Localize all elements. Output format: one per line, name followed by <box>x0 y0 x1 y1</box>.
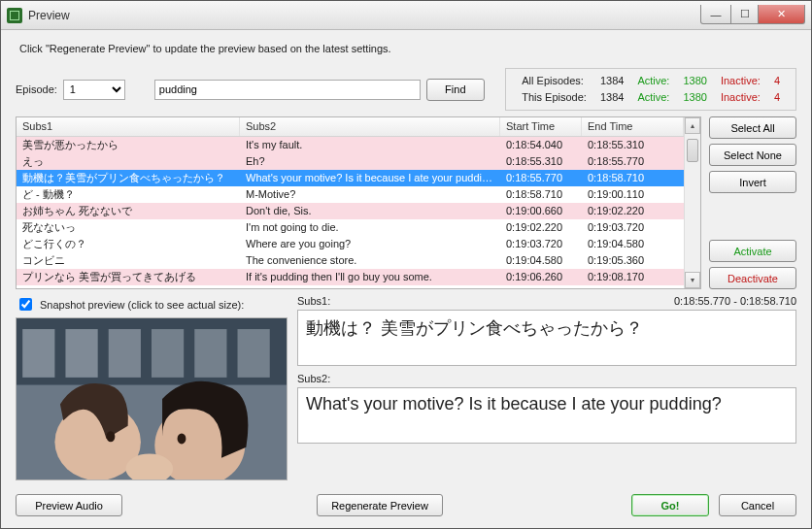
episode-label: Episode: <box>16 83 57 95</box>
cell-s1: コンビニ <box>17 253 240 268</box>
col-subs1[interactable]: Subs1 <box>17 117 240 136</box>
cell-s1: 美雪が悪かったから <box>17 138 240 152</box>
cell-s2: M-Motive? <box>240 188 500 200</box>
cell-s1: ど - 動機？ <box>17 187 240 202</box>
cell-s1: えっ <box>17 154 240 169</box>
find-button[interactable]: Find <box>426 79 485 101</box>
cell-st: 0:18:58.710 <box>500 188 582 200</box>
table-row[interactable]: 動機は？美雪がプリン食べちゃったから？What's your motive? I… <box>17 170 684 186</box>
invert-button[interactable]: Invert <box>709 171 796 193</box>
cell-s2: The convenience store. <box>240 254 500 266</box>
activate-button[interactable]: Activate <box>709 240 796 262</box>
table-row[interactable]: えっEh?0:18:55.3100:18:55.770 <box>17 153 684 170</box>
preview-audio-button[interactable]: Preview Audio <box>16 494 122 516</box>
cell-et: 0:18:58.710 <box>582 172 684 183</box>
mid-row: Subs1 Subs2 Start Time End Time 美雪が悪かったか… <box>16 116 796 289</box>
select-none-button[interactable]: Select None <box>709 144 796 166</box>
cell-et: 0:18:55.770 <box>582 155 684 167</box>
cell-et: 0:19:03.720 <box>582 221 684 233</box>
scrollbar[interactable]: ▴ ▾ <box>684 117 700 288</box>
table-row[interactable]: 美雪が悪かったからIt's my fault.0:18:54.0400:18:5… <box>17 137 684 153</box>
svg-rect-3 <box>65 329 97 378</box>
detail-column: Subs1: 0:18:55.770 - 0:18:58.710 動機は？ 美雪… <box>297 295 796 480</box>
cell-et: 0:19:08.170 <box>582 271 684 282</box>
table-row[interactable]: プリンなら 美雪が買ってきてあげるIf it's pudding then I'… <box>17 269 684 285</box>
svg-point-12 <box>178 433 186 444</box>
cell-st: 0:18:54.040 <box>500 139 582 150</box>
detail-subs1-label: Subs1: <box>297 295 330 307</box>
cell-st: 0:19:06.260 <box>500 271 582 282</box>
cell-st: 0:19:03.720 <box>500 238 582 249</box>
this-inactive-label: Inactive: <box>715 90 766 105</box>
cell-s1: プリンなら 美雪が買ってきてあげる <box>17 270 240 284</box>
cell-s2: What's your motive? Is it because I ate … <box>240 172 500 183</box>
window-title: Preview <box>28 9 70 22</box>
top-row: Episode: 1 Find All Episodes: 1384 Activ… <box>16 68 796 111</box>
cell-st: 0:19:02.220 <box>500 221 582 233</box>
col-end[interactable]: End Time <box>582 117 684 136</box>
table-row[interactable]: ど - 動機？M-Motive?0:18:58.7100:19:00.110 <box>17 186 684 203</box>
cell-et: 0:18:55.310 <box>582 139 684 150</box>
cell-st: 0:18:55.310 <box>500 155 582 167</box>
table-row[interactable]: コンビニThe convenience store.0:19:04.5800:1… <box>17 252 684 269</box>
all-inactive-value: 4 <box>768 74 786 88</box>
table-row[interactable]: お姉ちゃん 死なないでDon't die, Sis.0:19:00.6600:1… <box>17 203 684 219</box>
side-buttons: Select All Select None Invert Activate D… <box>709 116 796 289</box>
cell-s2: I'm not going to die. <box>240 221 500 233</box>
preview-window: Preview — ☐ ✕ Click "Regenerate Preview"… <box>0 0 812 529</box>
all-active-value: 1380 <box>677 74 712 88</box>
subtitle-table: Subs1 Subs2 Start Time End Time 美雪が悪かったか… <box>16 116 701 289</box>
minimize-button[interactable]: — <box>700 5 731 24</box>
col-subs2[interactable]: Subs2 <box>240 117 500 136</box>
episode-select[interactable]: 1 <box>63 80 125 100</box>
scroll-up-icon[interactable]: ▴ <box>685 117 700 134</box>
this-active-label: Active: <box>631 90 675 105</box>
close-button[interactable]: ✕ <box>759 5 805 24</box>
svg-rect-6 <box>194 329 226 378</box>
table-row[interactable]: どこ行くの？Where are you going?0:19:03.7200:1… <box>17 236 684 252</box>
hint-text: Click "Regenerate Preview" to update the… <box>19 43 793 54</box>
all-episodes-label: All Episodes: <box>516 74 592 88</box>
content-area: Click "Regenerate Preview" to update the… <box>1 30 811 528</box>
regenerate-button[interactable]: Regenerate Preview <box>317 494 443 516</box>
cell-s1: 死なないっ <box>17 220 240 235</box>
maximize-button[interactable]: ☐ <box>731 5 759 24</box>
cell-s1: どこ行くの？ <box>17 237 240 251</box>
col-start[interactable]: Start Time <box>500 117 582 136</box>
cell-et: 0:19:04.580 <box>582 238 684 249</box>
cell-st: 0:18:55.770 <box>500 172 582 183</box>
this-episode-total: 1384 <box>594 90 629 105</box>
stats-box: All Episodes: 1384 Active: 1380 Inactive… <box>505 68 796 111</box>
cell-s2: Eh? <box>240 155 500 167</box>
all-active-label: Active: <box>631 74 675 88</box>
go-button[interactable]: Go! <box>631 494 709 516</box>
all-inactive-label: Inactive: <box>715 74 766 88</box>
cell-s2: If it's pudding then I'll go buy you som… <box>240 271 500 282</box>
footer-row: Preview Audio Regenerate Preview Go! Can… <box>16 494 796 516</box>
cell-s2: Where are you going? <box>240 238 500 249</box>
snapshot-image[interactable] <box>16 317 288 480</box>
detail-subs1-text[interactable]: 動機は？ 美雪がプリン食べちゃったから？ <box>297 310 796 366</box>
scroll-thumb[interactable] <box>687 139 698 162</box>
svg-rect-7 <box>238 329 270 378</box>
cancel-button[interactable]: Cancel <box>719 494 796 516</box>
cell-s2: Don't die, Sis. <box>240 205 500 216</box>
snapshot-checkbox-label[interactable]: Snapshot preview (click to see actual si… <box>16 295 288 314</box>
scroll-down-icon[interactable]: ▾ <box>685 272 700 288</box>
this-inactive-value: 4 <box>768 90 786 105</box>
detail-subs2-text[interactable]: What's your motive? Is it because I ate … <box>297 387 796 444</box>
snapshot-checkbox[interactable] <box>19 298 32 311</box>
cell-s2: It's my fault. <box>240 139 500 150</box>
svg-rect-4 <box>109 329 141 378</box>
svg-point-10 <box>107 431 116 442</box>
select-all-button[interactable]: Select All <box>709 116 796 139</box>
cell-st: 0:19:04.580 <box>500 254 582 266</box>
cell-st: 0:19:00.660 <box>500 205 582 216</box>
all-episodes-total: 1384 <box>594 74 629 88</box>
app-icon <box>7 8 22 23</box>
search-input[interactable] <box>154 80 421 100</box>
table-row[interactable]: 死なないっI'm not going to die.0:19:02.2200:1… <box>17 219 684 236</box>
preview-row: Snapshot preview (click to see actual si… <box>16 295 796 480</box>
table-body[interactable]: 美雪が悪かったからIt's my fault.0:18:54.0400:18:5… <box>17 137 684 288</box>
deactivate-button[interactable]: Deactivate <box>709 267 796 289</box>
